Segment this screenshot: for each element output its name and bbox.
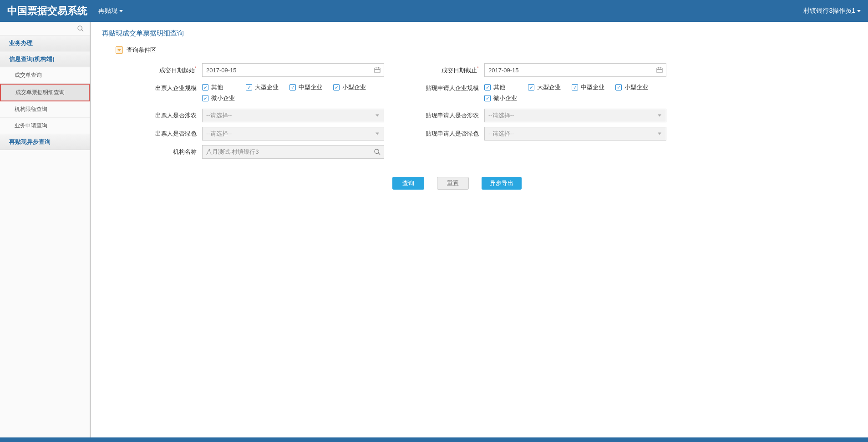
checkbox-icon <box>246 84 252 90</box>
query-button[interactable]: 查询 <box>392 177 424 190</box>
nav-item-deal-query[interactable]: 成交单查询 <box>0 67 90 84</box>
form-col-left: 成交日期起始* 出票人企业规模 其他 大型企业 中型企业 小型企业 <box>129 63 384 163</box>
chevron-down-icon <box>117 49 121 51</box>
row-drawer-green: 出票人是否绿色 --请选择-- <box>129 127 384 141</box>
label-applicant-scale: 贴现申请人企业规模 <box>411 81 484 92</box>
main-content: 再贴现成交单票据明细查询 查询条件区 成交日期起始* 出票人企业规模 <box>91 22 868 442</box>
section-header: 查询条件区 <box>116 46 857 54</box>
label-org-name: 机构名称 <box>129 145 202 156</box>
form-grid: 成交日期起始* 出票人企业规模 其他 大型企业 中型企业 小型企业 <box>129 63 857 163</box>
svg-point-6 <box>375 149 379 153</box>
checkbox-applicant-small[interactable]: 小型企业 <box>615 83 659 91</box>
nav-item-business-apply-query[interactable]: 业务申请查询 <box>0 118 90 134</box>
checkbox-drawer-small[interactable]: 小型企业 <box>333 83 377 91</box>
checkbox-icon <box>484 84 491 90</box>
select-drawer-green[interactable]: --请选择-- <box>202 127 384 141</box>
checkbox-icon <box>289 84 296 90</box>
input-date-start[interactable] <box>202 63 384 77</box>
calendar-icon[interactable] <box>655 66 664 74</box>
svg-point-0 <box>78 26 82 30</box>
search-icon <box>77 25 84 32</box>
label-applicant-green: 贴现申请人是否绿色 <box>411 127 484 138</box>
header-user-label: 村镇银行3操作员1 <box>803 7 855 15</box>
label-date-start: 成交日期起始* <box>129 63 202 75</box>
checkbox-drawer-micro[interactable]: 微小企业 <box>202 94 246 102</box>
checkbox-icon <box>484 95 491 101</box>
checkbox-applicant-large[interactable]: 大型企业 <box>528 83 572 91</box>
input-org-name[interactable] <box>202 145 384 159</box>
app-title: 中国票据交易系统 <box>7 4 87 18</box>
header-menu-rediscount[interactable]: 再贴现 <box>98 7 123 15</box>
caret-down-icon <box>119 10 123 12</box>
caret-down-icon <box>857 10 861 12</box>
row-date-end: 成交日期截止* <box>411 63 666 77</box>
nav-group-info-query[interactable]: 信息查询(机构端) <box>0 51 90 67</box>
row-drawer-scale: 出票人企业规模 其他 大型企业 中型企业 小型企业 微小企业 <box>129 81 384 104</box>
input-date-end[interactable] <box>484 63 666 77</box>
chevron-down-icon <box>376 133 379 135</box>
row-applicant-agri: 贴现申请人是否涉农 --请选择-- <box>411 109 666 122</box>
svg-line-7 <box>378 153 380 155</box>
search-icon[interactable] <box>373 148 381 156</box>
svg-rect-8 <box>657 68 662 73</box>
row-date-start: 成交日期起始* <box>129 63 384 77</box>
main-container: 业务办理 信息查询(机构端) 成交单查询 成交单票据明细查询 机构限额查询 业务… <box>0 22 868 442</box>
collapse-toggle[interactable] <box>116 46 123 54</box>
header-user-menu[interactable]: 村镇银行3操作员1 <box>803 7 861 15</box>
label-drawer-green: 出票人是否绿色 <box>129 127 202 138</box>
label-date-end: 成交日期截止* <box>411 63 484 75</box>
checkbox-icon <box>202 95 208 101</box>
nav-group-business[interactable]: 业务办理 <box>0 35 90 51</box>
calendar-icon[interactable] <box>373 66 381 74</box>
row-org-name: 机构名称 <box>129 145 384 159</box>
checkbox-applicant-other[interactable]: 其他 <box>484 83 528 91</box>
checkbox-icon <box>528 84 534 90</box>
checkbox-grid-applicant-scale: 其他 大型企业 中型企业 小型企业 微小企业 <box>484 81 666 102</box>
checkbox-applicant-micro[interactable]: 微小企业 <box>484 94 528 102</box>
checkbox-icon <box>615 84 622 90</box>
checkbox-icon <box>202 84 208 90</box>
svg-line-1 <box>81 30 83 31</box>
label-drawer-agri: 出票人是否涉农 <box>129 109 202 120</box>
app-header: 中国票据交易系统 再贴现 村镇银行3操作员1 <box>0 0 868 22</box>
reset-button[interactable]: 重置 <box>437 177 469 190</box>
checkbox-icon <box>333 84 340 90</box>
nav-group-async-query[interactable]: 再贴现异步查询 <box>0 134 90 150</box>
nav-item-deal-bill-detail-query[interactable]: 成交单票据明细查询 <box>0 84 90 101</box>
row-applicant-scale: 贴现申请人企业规模 其他 大型企业 中型企业 小型企业 微小企业 <box>411 81 666 104</box>
checkbox-drawer-large[interactable]: 大型企业 <box>246 83 289 91</box>
chevron-down-icon <box>658 133 661 135</box>
footer-bar <box>0 437 868 442</box>
select-applicant-green[interactable]: --请选择-- <box>484 127 666 141</box>
checkbox-drawer-other[interactable]: 其他 <box>202 83 246 91</box>
header-left: 中国票据交易系统 再贴现 <box>7 4 123 18</box>
section-title: 查询条件区 <box>127 46 156 54</box>
sidebar: 业务办理 信息查询(机构端) 成交单查询 成交单票据明细查询 机构限额查询 业务… <box>0 22 91 442</box>
checkbox-drawer-medium[interactable]: 中型企业 <box>289 83 333 91</box>
checkbox-grid-drawer-scale: 其他 大型企业 中型企业 小型企业 微小企业 <box>202 81 384 102</box>
sidebar-search[interactable] <box>0 22 90 35</box>
label-applicant-agri: 贴现申请人是否涉农 <box>411 109 484 120</box>
async-export-button[interactable]: 异步导出 <box>482 177 522 190</box>
header-menu-label: 再贴现 <box>98 7 117 15</box>
form-col-right: 成交日期截止* 贴现申请人企业规模 其他 大型企业 中型企业 小型企业 <box>411 63 666 163</box>
checkbox-applicant-medium[interactable]: 中型企业 <box>572 83 615 91</box>
row-applicant-green: 贴现申请人是否绿色 --请选择-- <box>411 127 666 141</box>
svg-rect-2 <box>375 68 380 73</box>
checkbox-icon <box>572 84 578 90</box>
select-drawer-agri[interactable]: --请选择-- <box>202 109 384 122</box>
page-title: 再贴现成交单票据明细查询 <box>102 29 857 38</box>
label-drawer-scale: 出票人企业规模 <box>129 81 202 92</box>
select-applicant-agri[interactable]: --请选择-- <box>484 109 666 122</box>
row-drawer-agri: 出票人是否涉农 --请选择-- <box>129 109 384 122</box>
button-row: 查询 重置 异步导出 <box>91 177 857 190</box>
nav-item-org-limit-query[interactable]: 机构限额查询 <box>0 101 90 118</box>
chevron-down-icon <box>376 115 379 117</box>
chevron-down-icon <box>658 115 661 117</box>
